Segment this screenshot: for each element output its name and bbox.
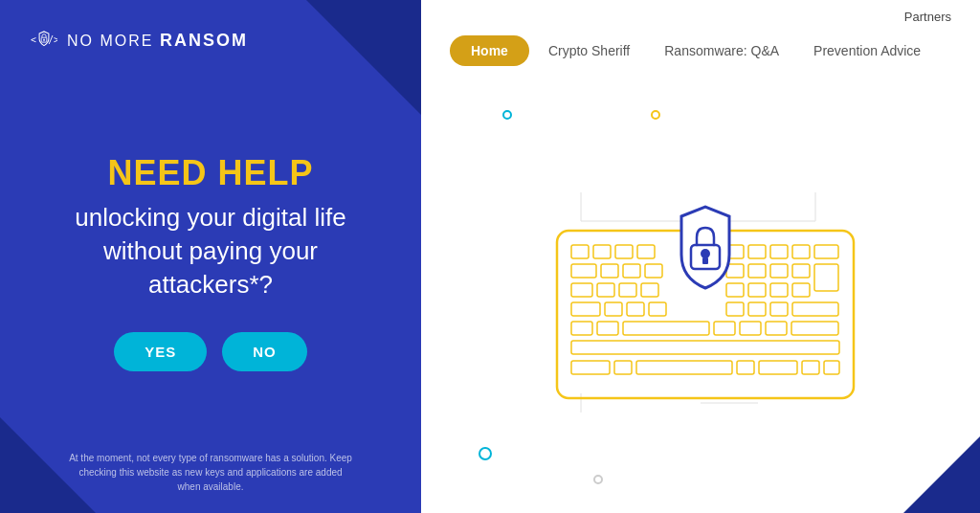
svg-rect-40 bbox=[649, 302, 666, 316]
dot-yellow-1 bbox=[651, 110, 660, 120]
prevention-advice-link[interactable]: Prevention Advice bbox=[798, 35, 936, 66]
left-panel: < /> NO MORE RANSOM NEED HELP unlocking … bbox=[0, 0, 421, 513]
svg-rect-19 bbox=[814, 245, 838, 258]
svg-rect-51 bbox=[791, 322, 838, 335]
right-panel: Partners Home Crypto Sheriff Ransomware:… bbox=[421, 0, 980, 513]
svg-point-61 bbox=[701, 249, 710, 258]
svg-rect-55 bbox=[636, 361, 732, 374]
svg-rect-31 bbox=[619, 283, 636, 297]
svg-rect-37 bbox=[571, 302, 600, 316]
svg-rect-26 bbox=[770, 264, 788, 278]
keyboard-shield-illustration bbox=[500, 173, 902, 422]
svg-rect-43 bbox=[770, 302, 788, 316]
svg-rect-21 bbox=[601, 264, 618, 278]
svg-rect-25 bbox=[748, 264, 766, 278]
svg-rect-34 bbox=[748, 283, 766, 297]
svg-rect-49 bbox=[740, 322, 761, 335]
svg-rect-12 bbox=[593, 245, 611, 258]
dot-cyan-2 bbox=[479, 447, 492, 460]
svg-rect-28 bbox=[814, 264, 838, 291]
svg-rect-23 bbox=[645, 264, 662, 278]
svg-rect-52 bbox=[571, 341, 839, 354]
disclaimer-text: At the moment, not every type of ransomw… bbox=[48, 451, 373, 494]
svg-rect-42 bbox=[748, 302, 766, 316]
illustration-area bbox=[421, 81, 980, 513]
no-button[interactable]: NO bbox=[222, 332, 307, 371]
svg-rect-46 bbox=[597, 322, 618, 335]
partners-link[interactable]: Partners bbox=[904, 10, 951, 24]
svg-rect-17 bbox=[770, 245, 788, 258]
svg-rect-50 bbox=[766, 322, 787, 335]
svg-rect-57 bbox=[759, 361, 797, 374]
svg-rect-18 bbox=[792, 245, 810, 258]
svg-rect-41 bbox=[726, 302, 744, 316]
svg-rect-58 bbox=[802, 361, 819, 374]
crypto-sheriff-link[interactable]: Crypto Sheriff bbox=[533, 35, 645, 66]
dot-gray-1 bbox=[593, 475, 603, 484]
dot-cyan-1 bbox=[502, 110, 512, 120]
svg-rect-11 bbox=[571, 245, 589, 258]
svg-rect-29 bbox=[571, 283, 592, 297]
svg-rect-32 bbox=[641, 283, 658, 297]
svg-rect-44 bbox=[792, 302, 838, 316]
ransomware-qa-link[interactable]: Ransomware: Q&A bbox=[649, 35, 794, 66]
home-nav-button[interactable]: Home bbox=[450, 35, 529, 66]
svg-rect-62 bbox=[702, 257, 708, 264]
svg-rect-14 bbox=[637, 245, 655, 258]
svg-rect-38 bbox=[605, 302, 622, 316]
svg-rect-16 bbox=[748, 245, 766, 258]
cta-buttons: YES NO bbox=[114, 332, 307, 371]
svg-rect-53 bbox=[571, 361, 610, 374]
svg-rect-30 bbox=[597, 283, 614, 297]
svg-rect-33 bbox=[726, 283, 744, 297]
svg-rect-47 bbox=[623, 322, 709, 335]
svg-rect-45 bbox=[571, 322, 592, 335]
svg-rect-20 bbox=[571, 264, 596, 278]
svg-rect-22 bbox=[623, 264, 640, 278]
top-nav-bar: Partners bbox=[421, 0, 980, 28]
svg-rect-54 bbox=[614, 361, 632, 374]
svg-rect-48 bbox=[714, 322, 735, 335]
yes-button[interactable]: YES bbox=[114, 332, 207, 371]
hero-content: NEED HELP unlocking your digital life wi… bbox=[0, 34, 421, 513]
svg-rect-13 bbox=[615, 245, 633, 258]
need-help-heading: NEED HELP bbox=[107, 153, 313, 193]
hero-subtitle: unlocking your digital life without payi… bbox=[38, 201, 383, 301]
svg-rect-39 bbox=[627, 302, 644, 316]
main-nav: Home Crypto Sheriff Ransomware: Q&A Prev… bbox=[421, 28, 980, 81]
svg-rect-36 bbox=[792, 283, 810, 297]
svg-rect-56 bbox=[737, 361, 754, 374]
svg-rect-35 bbox=[770, 283, 788, 297]
svg-rect-27 bbox=[792, 264, 810, 278]
svg-rect-59 bbox=[824, 361, 839, 374]
